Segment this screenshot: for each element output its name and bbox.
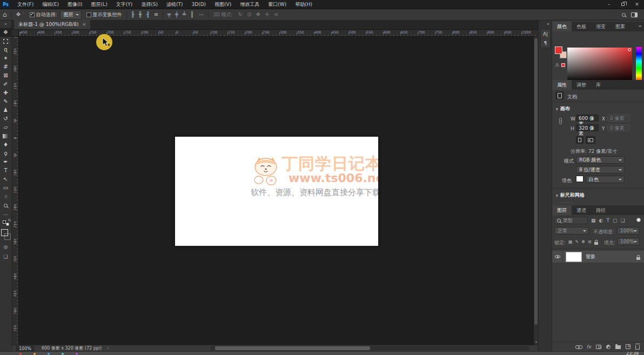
frame-tool[interactable]: ⊠	[0, 71, 12, 80]
taskbar-app-icon[interactable]	[33, 353, 36, 355]
menu-item[interactable]: 帮助(H)	[291, 0, 317, 9]
show-transform-checkbox[interactable]: 显示变换控件	[84, 11, 125, 18]
foreground-color-swatch[interactable]	[555, 46, 562, 54]
fill-dropdown[interactable]: 白色	[586, 176, 625, 183]
menu-item[interactable]: 3D(D)	[187, 0, 210, 9]
menu-item[interactable]: 视图(V)	[210, 0, 236, 9]
menu-item[interactable]: 文字(Y)	[112, 0, 137, 9]
opacity-field[interactable]: 100%	[617, 227, 640, 235]
adjustment-layer-icon[interactable]	[606, 345, 611, 349]
document-tab[interactable]: 未标题-1 @ 100%(RGB/8) ✕	[14, 20, 90, 29]
lock-artboard-icon[interactable]: ⊞	[588, 239, 592, 245]
minimize-button[interactable]: –	[602, 0, 616, 9]
restore-button[interactable]	[616, 0, 630, 9]
bit-depth-dropdown[interactable]: 8 位/通道	[576, 166, 625, 173]
workspace-switcher-icon[interactable]	[631, 12, 638, 17]
taskbar-app-icon[interactable]	[76, 353, 78, 355]
menu-item[interactable]: 文件(F)	[13, 0, 38, 9]
dodge-tool[interactable]: ϙ	[0, 149, 12, 158]
pen-tool[interactable]: ✒	[0, 158, 12, 166]
layer-thumbnail[interactable]	[566, 252, 582, 262]
rectangle-tool[interactable]: ▭	[0, 184, 12, 192]
quick-mask-button[interactable]: ◎	[4, 244, 8, 250]
y-field[interactable]: 0 像素	[607, 124, 630, 131]
color-panel-tab[interactable]: 渐变	[591, 22, 611, 31]
color-panel-tab[interactable]: 色板	[572, 22, 591, 31]
move-tool-preset[interactable]: ✥˅	[14, 12, 27, 17]
type-tool[interactable]: T	[0, 166, 12, 175]
character-panel-button[interactable]: A|	[541, 29, 550, 38]
default-colors-icon[interactable]: ↻	[3, 220, 9, 226]
new-layer-icon[interactable]	[626, 344, 630, 349]
filter-shape-layers-icon[interactable]: ▢	[613, 218, 618, 223]
blur-tool[interactable]: ♦	[0, 140, 12, 149]
os-taskbar[interactable]: 23:39	[0, 351, 644, 355]
lock-pixels-icon[interactable]: ✎	[575, 239, 579, 245]
hand-tool[interactable]: ☝	[0, 192, 12, 201]
horizontal-scrollbar-thumb[interactable]	[215, 346, 370, 350]
saturation-brightness-field[interactable]	[567, 48, 632, 83]
vertical-scrollbar[interactable]: ▾	[533, 37, 538, 345]
ruler-origin-box[interactable]	[12, 30, 19, 37]
edit-toolbar-icon[interactable]: ⋯	[3, 212, 8, 217]
brush-tool[interactable]: ✎	[0, 97, 12, 106]
3d-roll-icon[interactable]: ⊙	[247, 12, 251, 17]
vertical-ruler[interactable]: 2502001501005005010015020025030035040045…	[12, 37, 19, 345]
screen-mode-button[interactable]: ❏	[3, 254, 8, 259]
panel-menu-icon[interactable]: ≡	[638, 24, 642, 29]
link-layers-icon[interactable]	[575, 345, 582, 349]
3d-slide-icon[interactable]: ✛	[265, 12, 269, 17]
fill-field[interactable]: 100%	[617, 238, 640, 245]
toolbar-expand-icon[interactable]: »	[4, 21, 7, 28]
gamut-warning-icon[interactable]: ⚠	[555, 62, 559, 68]
lock-all-icon[interactable]	[594, 242, 598, 245]
distribute-v-icon[interactable]: ╪	[175, 12, 178, 17]
align-left-icon[interactable]: ╟	[131, 12, 135, 17]
properties-panel-tab[interactable]: 库	[591, 80, 606, 90]
eyedropper-tool[interactable]: ✐	[0, 80, 12, 89]
hue-slider[interactable]	[636, 47, 642, 83]
clone-stamp-tool[interactable]: ♟	[0, 106, 12, 115]
auto-select-checkbox[interactable]: 自动选择:	[27, 11, 60, 18]
menu-item[interactable]: 窗口(W)	[264, 0, 291, 9]
healing-brush-tool[interactable]: ✚	[0, 89, 12, 97]
link-dimensions-icon[interactable]	[559, 118, 562, 124]
lock-transparent-icon[interactable]: ▦	[568, 239, 573, 245]
gradient-tool[interactable]	[0, 132, 12, 140]
taskbar-app-icon[interactable]	[48, 353, 50, 355]
move-tool[interactable]: ✥	[0, 28, 12, 37]
canvas-area[interactable]: 4504003503002502001501005005010015020025…	[12, 30, 538, 351]
new-group-icon[interactable]	[615, 345, 621, 349]
portrait-orientation-button[interactable]	[576, 136, 583, 144]
layer-effects-icon[interactable]: fx	[587, 344, 592, 350]
filter-pixel-layers-icon[interactable]: ▦	[591, 218, 596, 223]
menu-item[interactable]: 编辑(E)	[38, 0, 63, 9]
vertical-scrollbar-thumb[interactable]	[534, 38, 538, 325]
properties-panel-tab[interactable]: 调整	[572, 80, 591, 90]
filter-type-layers-icon[interactable]: T	[606, 218, 609, 223]
width-field[interactable]: 600 像素	[576, 115, 599, 122]
search-icon[interactable]	[622, 13, 626, 17]
3d-orbit-icon[interactable]: ↻	[238, 12, 243, 17]
marquee-tool[interactable]	[0, 37, 12, 45]
blend-mode-dropdown[interactable]: 正常	[554, 227, 589, 235]
filter-toggle[interactable]	[636, 218, 641, 222]
more-options-button[interactable]: ⋯	[196, 12, 206, 17]
add-layer-mask-icon[interactable]	[596, 345, 601, 349]
layers-panel-tab[interactable]: 路径	[591, 205, 611, 215]
delete-layer-icon[interactable]	[635, 345, 640, 350]
x-field[interactable]: 0 像素	[607, 115, 630, 122]
document-canvas[interactable]: 丁同学日记本 www.ts006.net 软件、资源、资料网盘直接分享下载	[175, 137, 378, 246]
filter-adjustment-layers-icon[interactable]: ◐	[599, 218, 603, 223]
color-picker-marker[interactable]	[628, 48, 631, 51]
taskbar-app-icon[interactable]	[62, 353, 64, 355]
color-panel-tab[interactable]: 图案	[611, 22, 630, 31]
layer-row-background[interactable]: 背景	[552, 251, 644, 263]
eraser-tool[interactable]: ▱	[0, 123, 12, 132]
status-chevron-icon[interactable]: ›	[107, 346, 109, 351]
canvas-section-header[interactable]: ∨ 画布	[555, 105, 570, 112]
menu-item[interactable]: 图层(L)	[87, 0, 112, 9]
menu-item[interactable]: 增效工具	[236, 0, 264, 9]
color-mode-dropdown[interactable]: RGB 颜色	[576, 156, 625, 164]
fill-color-swatch[interactable]	[576, 176, 583, 182]
